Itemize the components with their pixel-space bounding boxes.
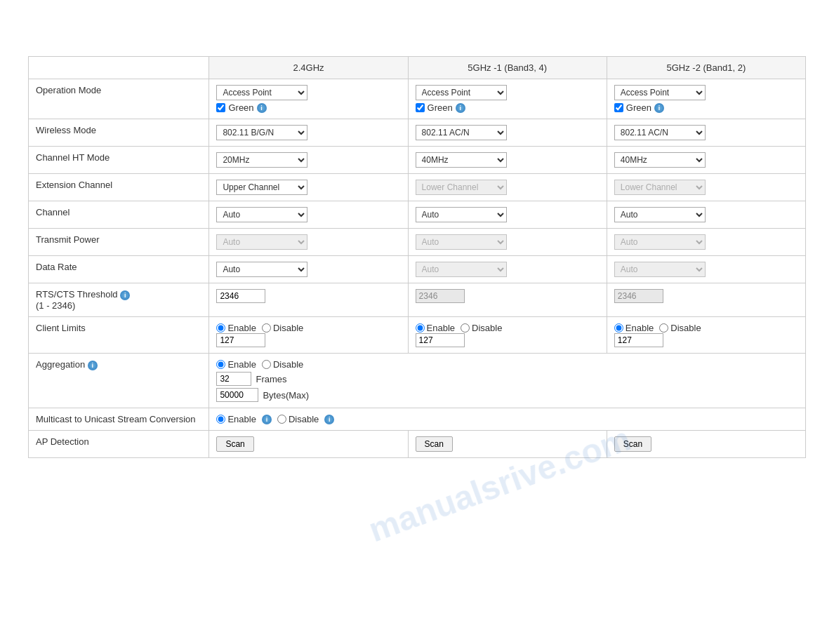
green-checkbox-24[interactable] [216,103,225,112]
cl-disable-5a-label[interactable]: Disable [461,323,502,333]
green-check-24: Green i [216,102,400,113]
label-transmit-power: Transmit Power [29,229,209,256]
channel-5b-select[interactable]: Auto [614,207,706,222]
data-rate-5b-select[interactable]: Auto [614,262,706,277]
cell-ht-5a: 40MHz [408,147,607,174]
ext-channel-24-select[interactable]: Upper Channel [216,180,307,195]
green-checkbox-5a[interactable] [416,103,425,112]
green-info-5a[interactable]: i [456,103,465,113]
tx-power-5a-select[interactable]: Auto [416,234,507,250]
channel-5a-select[interactable]: Auto [416,207,507,222]
label-channel-ht: Channel HT Mode [29,147,209,174]
rts-5a-input[interactable] [416,289,465,303]
header-empty [29,57,209,79]
cl-disable-5b-radio[interactable] [659,323,668,333]
wireless-mode-5a-select[interactable]: 802.11 AC/N [416,125,507,140]
cl-disable-24-label[interactable]: Disable [262,323,303,333]
tx-power-24-select[interactable]: Auto [216,234,307,250]
cl-enable-24-label[interactable]: Enable [216,323,256,333]
cell-ap-5b: Scan [607,431,805,458]
cell-tx-5a: Auto [408,229,607,256]
row-transmit-power: Transmit Power Auto Auto [29,229,806,256]
op-mode-5b-select[interactable]: Access Point [614,85,706,100]
cell-tx-24: Auto [209,229,408,256]
cell-ap-5a: Scan [408,431,607,458]
cl-24-value-input[interactable] [216,333,265,347]
multicast-disable-info[interactable]: i [324,415,334,424]
green-checkbox-5b[interactable] [614,103,623,112]
label-extension-channel: Extension Channel [29,174,209,201]
select-row-ht-5a: 40MHz [416,152,600,168]
ht-mode-24-select[interactable]: 20MHz [216,152,307,168]
data-rate-24-select[interactable]: Auto [216,262,307,277]
rts-24-input[interactable] [216,289,265,303]
scan-5a-button[interactable]: Scan [416,436,453,452]
agg-disable-label[interactable]: Disable [262,359,303,370]
cell-tx-5b: Auto [607,229,805,256]
label-wireless-mode: Wireless Mode [29,119,209,147]
header-5ghz2: 5GHz -2 (Band1, 2) [607,57,805,79]
aggregation-label-text: Aggregation [36,359,85,370]
scan-24-button[interactable]: Scan [216,436,253,452]
green-info-5b[interactable]: i [654,103,664,113]
aggregation-info-icon[interactable]: i [88,361,98,370]
cell-wireless-24: 802.11 B/G/N [209,119,408,147]
row-client-limits: Client Limits Enable Disable [29,317,806,354]
data-rate-5a-select[interactable]: Auto [416,262,507,277]
cl-5b-value-input[interactable] [614,333,663,347]
cell-op-mode-5a: Access Point Green i [408,79,607,119]
label-operation-mode: Operation Mode [29,79,209,119]
ht-mode-5b-select[interactable]: 40MHz [614,152,706,168]
cl-enable-5a-label[interactable]: Enable [416,323,455,333]
agg-bytes-label: Bytes(Max) [263,390,309,401]
agg-enable-radio[interactable] [216,360,225,369]
cl-radio-5a: Enable Disable [416,323,600,333]
scan-5b-button[interactable]: Scan [614,436,651,452]
ext-channel-5b-select[interactable]: Lower Channel [614,180,706,195]
cl-enable-24-radio[interactable] [216,323,225,333]
cl-enable-5b-radio[interactable] [614,323,623,333]
ht-mode-5a-select[interactable]: 40MHz [416,152,507,168]
multicast-enable-label[interactable]: Enable [216,414,256,424]
agg-bytes-input[interactable] [216,388,258,402]
row-extension-channel: Extension Channel Upper Channel Lower Ch… [29,174,806,201]
agg-disable-radio[interactable] [262,360,271,369]
rts-5b-input[interactable] [614,289,663,303]
multicast-enable-radio[interactable] [216,415,225,424]
cell-ht-24: 20MHz [209,147,408,174]
cl-enable-24-text: Enable [227,323,256,333]
ext-channel-5a-select[interactable]: Lower Channel [416,180,507,195]
green-info-24[interactable]: i [257,103,267,113]
cell-dr-24: Auto [209,256,408,283]
agg-frames-input[interactable] [216,372,251,386]
cl-disable-5b-label[interactable]: Disable [659,323,701,333]
cl-disable-5a-radio[interactable] [461,323,470,333]
multicast-enable-info[interactable]: i [262,415,272,424]
channel-24-select[interactable]: Auto [216,207,307,222]
label-data-rate: Data Rate [29,256,209,283]
cell-cl-5b: Enable Disable [607,317,805,354]
row-multicast: Multicast to Unicast Stream Conversion E… [29,408,806,431]
cl-enable-5a-radio[interactable] [416,323,425,333]
select-row-tx-24: Auto [216,234,400,250]
cell-dr-5a: Auto [408,256,607,283]
wireless-mode-5b-select[interactable]: 802.11 AC/N [614,125,706,140]
rts-info-icon[interactable]: i [120,290,130,300]
cl-enable-5b-label[interactable]: Enable [614,323,654,333]
cl-disable-24-radio[interactable] [262,323,271,333]
multicast-disable-label[interactable]: Disable [277,414,319,424]
settings-table: 2.4GHz 5GHz -1 (Band3, 4) 5GHz -2 (Band1… [28,56,806,458]
op-mode-5a-select[interactable]: Access Point [416,85,507,100]
cl-5a-value-input[interactable] [416,333,465,347]
op-mode-24-select[interactable]: Access Point [216,85,307,100]
tx-power-5b-select[interactable]: Auto [614,234,706,250]
select-row-channel-5a: Auto [416,207,600,222]
agg-enable-label[interactable]: Enable [216,359,256,370]
row-ap-detection: AP Detection Scan Scan Scan [29,431,806,458]
green-check-5b: Green i [614,102,798,113]
agg-enable-text: Enable [227,359,256,370]
wireless-mode-24-select[interactable]: 802.11 B/G/N [216,125,307,140]
cl-disable-5a-text: Disable [472,323,502,333]
header-5ghz1: 5GHz -1 (Band3, 4) [408,57,607,79]
multicast-disable-radio[interactable] [277,415,286,424]
